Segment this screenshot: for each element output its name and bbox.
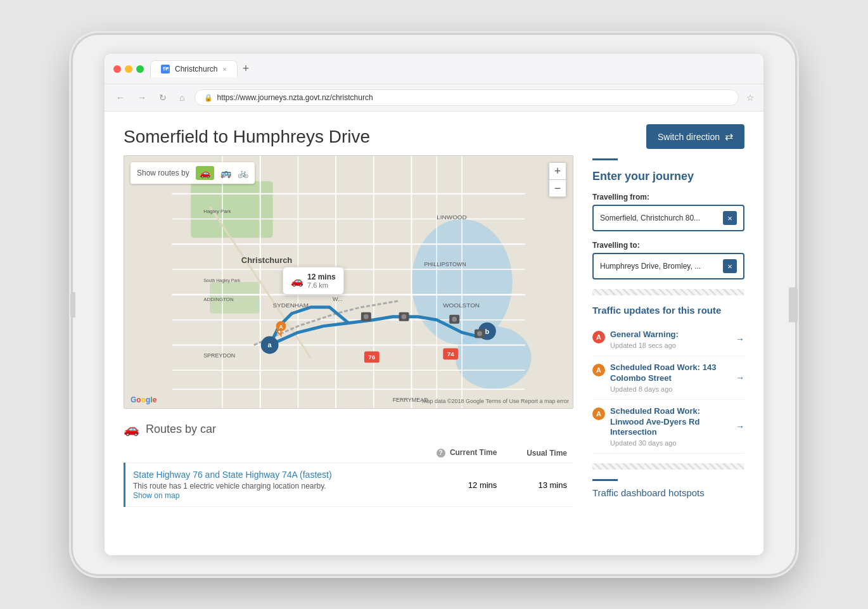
routes-col-current: ? Current Time [406, 443, 503, 463]
bubble-time: 12 mins [307, 272, 336, 281]
journey-heading: Enter your journey [592, 170, 744, 183]
to-input[interactable]: Humphreys Drive, Bromley, ... × [592, 253, 744, 279]
show-routes-bar: Show routes by 🚗 🚌 🚲 [131, 162, 255, 184]
from-clear-button[interactable]: × [723, 211, 737, 225]
routes-car-icon: 🚗 [124, 421, 139, 437]
left-column: a A b [124, 155, 573, 536]
tablet-frame: 🗺 Christchurch × + ← → ↻ ⌂ 🔒 https://www… [73, 35, 795, 574]
forward-button[interactable]: → [135, 91, 149, 104]
tab-bar: 🗺 Christchurch × + [150, 60, 755, 77]
svg-text:b: b [485, 328, 490, 335]
divider-stripe-1 [592, 289, 744, 295]
tab-favicon: 🗺 [161, 65, 170, 74]
traffic-items: A General Warning: Updated 18 secs ago →… [592, 323, 744, 454]
traffic-arrow-icon: → [736, 421, 744, 432]
svg-text:LINWOOD: LINWOOD [437, 214, 466, 221]
traffic-content: Scheduled Road Work: Linwood Ave-Dyers R… [610, 406, 731, 447]
traffic-content: General Warning: Updated 18 secs ago [610, 330, 731, 349]
routes-col-name [125, 443, 407, 463]
tab-close-button[interactable]: × [222, 65, 226, 73]
page-body: a A b [105, 155, 763, 555]
svg-point-33 [402, 314, 407, 319]
svg-text:WOOLSTON: WOOLSTON [443, 302, 480, 309]
traffic-severity-icon: A [592, 331, 605, 343]
to-clear-button[interactable]: × [723, 259, 737, 273]
minimize-window-button[interactable] [125, 65, 132, 73]
right-column: Enter your journey Travelling from: Some… [592, 155, 744, 536]
bookmark-button[interactable]: ☆ [746, 93, 755, 103]
map-svg: a A b [124, 156, 573, 408]
traffic-item[interactable]: A Scheduled Road Work: Linwood Ave-Dyers… [592, 400, 744, 454]
route-info-bubble: 🚗 12 mins 7.6 km [283, 267, 344, 295]
show-routes-label: Show routes by [137, 169, 189, 177]
traffic-title: Scheduled Road Work: Linwood Ave-Dyers R… [610, 406, 731, 439]
table-row[interactable]: State Highway 76 and State Highway 74A (… [125, 463, 574, 507]
svg-text:SPREYDON: SPREYDON [203, 352, 235, 359]
divider-stripe-2 [592, 463, 744, 470]
bubble-distance: 7.6 km [307, 281, 336, 289]
svg-text:SYDENHAM: SYDENHAM [273, 302, 309, 309]
bottom-divider-line [592, 479, 618, 481]
traffic-updated: Updated 8 days ago [610, 385, 731, 393]
routes-col-usual: Usual Time [503, 443, 573, 463]
browser-tab-bar: 🗺 Christchurch × + [105, 54, 763, 84]
svg-point-37 [477, 331, 482, 337]
svg-text:74: 74 [447, 350, 455, 357]
route-usual-time: 13 mins [503, 463, 573, 507]
map-zoom-controls: + − [549, 162, 566, 197]
active-tab[interactable]: 🗺 Christchurch × [150, 60, 238, 77]
page-content: Somerfield to Humphreys Drive Switch dir… [105, 112, 763, 555]
help-icon[interactable]: ? [437, 449, 445, 458]
address-bar-row: ← → ↻ ⌂ 🔒 https://www.journeys.nzta.govt… [105, 84, 763, 112]
journey-section: Enter your journey Travelling from: Some… [592, 170, 744, 279]
svg-text:a: a [268, 341, 272, 349]
svg-point-31 [364, 314, 369, 319]
traffic-updated: Updated 18 secs ago [610, 342, 731, 349]
switch-direction-button[interactable]: Switch direction ⇄ [646, 124, 744, 149]
route-current-time: 12 mins [406, 463, 503, 507]
svg-text:PHILLIPSTOWN: PHILLIPSTOWN [424, 261, 466, 267]
to-value: Humphreys Drive, Bromley, ... [600, 262, 723, 271]
switch-direction-icon: ⇄ [725, 131, 733, 143]
back-button[interactable]: ← [113, 91, 127, 104]
svg-text:Christchurch: Christchurch [241, 255, 293, 265]
refresh-button[interactable]: ↻ [156, 91, 169, 104]
maximize-window-button[interactable] [136, 65, 144, 73]
page-header: Somerfield to Humphreys Drive Switch dir… [105, 112, 763, 155]
bubble-car-icon: 🚗 [291, 275, 303, 287]
traffic-severity-icon: A [592, 364, 605, 376]
route-description: This route has 1 electric vehicle chargi… [133, 482, 400, 490]
from-label: Travelling from: [592, 193, 744, 202]
address-bar[interactable]: 🔒 https://www.journeys.nzta.govt.nz/chri… [195, 89, 739, 106]
close-window-button[interactable] [113, 65, 121, 73]
routes-title: Routes by car [146, 423, 216, 436]
google-logo: Google [131, 395, 156, 404]
traffic-item[interactable]: A General Warning: Updated 18 secs ago → [592, 323, 744, 356]
traffic-lights [113, 65, 144, 73]
right-divider [592, 158, 618, 160]
svg-text:W...: W... [333, 296, 342, 302]
dashboard-hotspots[interactable]: Traffic dashboard hotspots [592, 487, 744, 498]
map-container[interactable]: a A b [124, 155, 573, 409]
routes-header: 🚗 Routes by car [124, 421, 573, 437]
route-bike-icon[interactable]: 🚲 [238, 168, 248, 178]
from-input[interactable]: Somerfield, Christchurch 80... × [592, 205, 744, 231]
traffic-item[interactable]: A Scheduled Road Work: 143 Colombo Stree… [592, 356, 744, 400]
route-bus-icon[interactable]: 🚌 [220, 168, 231, 178]
route-name: State Highway 76 and State Highway 74A (… [133, 470, 400, 480]
traffic-arrow-icon: → [736, 373, 744, 383]
svg-point-35 [452, 317, 457, 322]
zoom-in-button[interactable]: + [549, 163, 566, 179]
from-value: Somerfield, Christchurch 80... [600, 214, 723, 222]
home-button[interactable]: ⌂ [177, 91, 187, 104]
zoom-out-button[interactable]: − [549, 180, 566, 196]
svg-text:76: 76 [368, 354, 376, 361]
show-on-map-link[interactable]: Show on map [133, 491, 179, 500]
route-cell: State Highway 76 and State Highway 74A (… [125, 463, 407, 507]
route-car-icon[interactable]: 🚗 [196, 166, 214, 180]
traffic-title: General Warning: [610, 330, 731, 340]
svg-text:ADDINGTON: ADDINGTON [203, 297, 234, 302]
new-tab-button[interactable]: + [238, 62, 255, 75]
url-text: https://www.journeys.nzta.govt.nz/christ… [217, 93, 373, 102]
traffic-updated: Updated 30 days ago [610, 439, 731, 447]
